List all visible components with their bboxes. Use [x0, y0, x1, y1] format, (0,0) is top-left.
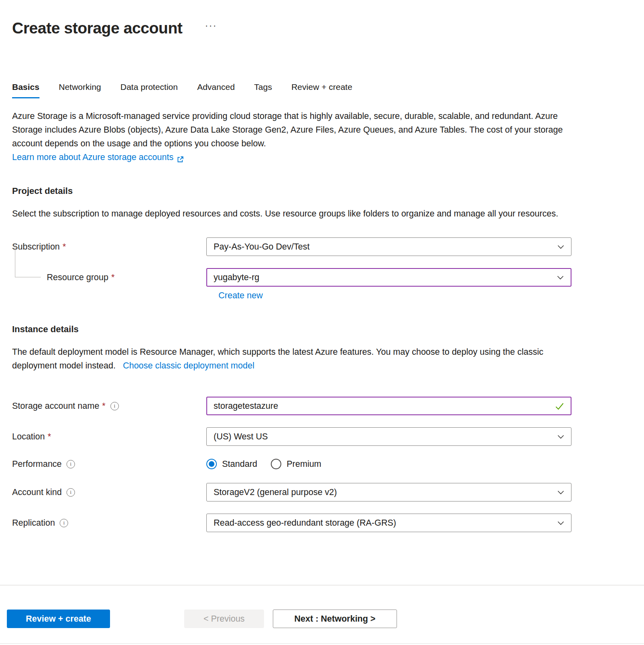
storage-account-name-value: storagetestazure [214, 401, 278, 411]
tab-advanced[interactable]: Advanced [197, 82, 235, 98]
resource-group-label: Resource group * [12, 273, 206, 283]
learn-more-link[interactable]: Learn more about Azure storage accounts [12, 150, 184, 164]
next-networking-button[interactable]: Next : Networking > [273, 610, 397, 628]
location-row: Location * (US) West US [12, 427, 632, 446]
footer-action-bar: Review + create < Previous Next : Networ… [0, 610, 644, 628]
info-icon[interactable]: i [60, 519, 68, 527]
chevron-down-icon [557, 433, 565, 441]
tab-networking[interactable]: Networking [59, 82, 101, 98]
account-kind-dropdown[interactable]: StorageV2 (general purpose v2) [206, 483, 571, 501]
account-kind-value: StorageV2 (general purpose v2) [214, 487, 337, 497]
radio-unselected-icon [271, 459, 281, 469]
tab-bar: Basics Networking Data protection Advanc… [12, 82, 632, 99]
radio-premium[interactable]: Premium [271, 459, 321, 469]
resource-group-value: yugabyte-rg [214, 273, 260, 283]
tree-connector-line [15, 243, 41, 277]
storage-account-name-input[interactable]: storagetestazure [206, 397, 571, 415]
resource-group-dropdown[interactable]: yugabyte-rg [206, 268, 571, 287]
previous-button[interactable]: < Previous [184, 610, 264, 628]
info-icon[interactable]: i [66, 488, 75, 497]
chevron-down-icon [557, 274, 564, 281]
ellipsis-icon: ··· [205, 20, 217, 31]
valid-check-icon [555, 402, 564, 411]
replication-dropdown[interactable]: Read-access geo-redundant storage (RA-GR… [206, 514, 571, 532]
create-storage-account-page: Create storage account ··· Basics Networ… [0, 0, 644, 532]
required-asterisk: * [48, 432, 51, 442]
replication-label: Replication i [12, 518, 206, 528]
chevron-down-icon [557, 519, 565, 527]
location-value: (US) West US [214, 432, 268, 442]
replication-row: Replication i Read-access geo-redundant … [12, 514, 632, 532]
create-new-resource-group[interactable]: Create new [218, 291, 632, 301]
learn-more-link-text: Learn more about Azure storage accounts [12, 150, 173, 164]
page-header: Create storage account ··· [12, 18, 632, 39]
performance-radio-group: Standard Premium [206, 459, 571, 469]
tab-data-protection[interactable]: Data protection [120, 82, 178, 98]
performance-row: Performance i Standard Premium [12, 459, 632, 469]
chevron-down-icon [557, 243, 565, 251]
intro-text: Azure Storage is a Microsoft-managed ser… [12, 109, 573, 150]
location-label: Location * [12, 432, 206, 442]
info-icon[interactable]: i [110, 402, 119, 410]
footer-divider [0, 585, 644, 585]
required-asterisk: * [62, 242, 66, 252]
performance-label: Performance i [12, 459, 206, 469]
subscription-value: Pay-As-You-Go Dev/Test [214, 242, 310, 252]
tab-basics[interactable]: Basics [12, 82, 39, 98]
radio-standard[interactable]: Standard [206, 459, 257, 469]
info-icon[interactable]: i [66, 460, 75, 468]
instance-details-description: The default deployment model is Resource… [12, 345, 573, 372]
subscription-row: Subscription * Pay-As-You-Go Dev/Test [12, 237, 632, 256]
external-link-icon [177, 154, 184, 161]
resource-group-row: Resource group * yugabyte-rg [12, 268, 632, 287]
subscription-dropdown[interactable]: Pay-As-You-Go Dev/Test [206, 237, 571, 256]
project-details-heading: Project details [12, 186, 632, 196]
bottom-divider [0, 643, 644, 644]
chevron-down-icon [557, 489, 565, 496]
radio-selected-icon [206, 459, 217, 469]
required-asterisk: * [102, 401, 105, 411]
replication-value: Read-access geo-redundant storage (RA-GR… [214, 518, 396, 528]
required-asterisk: * [111, 273, 114, 283]
more-options-button[interactable]: ··· [203, 21, 218, 30]
tab-review-create[interactable]: Review + create [291, 82, 352, 98]
subscription-label: Subscription * [12, 242, 206, 252]
project-details-description: Select the subscription to manage deploy… [12, 207, 573, 221]
choose-classic-deployment-link[interactable]: Choose classic deployment model [123, 361, 254, 370]
account-kind-label: Account kind i [12, 487, 206, 497]
page-title: Create storage account [12, 19, 182, 37]
account-kind-row: Account kind i StorageV2 (general purpos… [12, 483, 632, 501]
review-create-button[interactable]: Review + create [7, 610, 110, 628]
storage-account-name-label: Storage account name * i [12, 401, 206, 411]
storage-account-name-row: Storage account name * i storagetestazur… [12, 397, 632, 415]
tab-tags[interactable]: Tags [254, 82, 272, 98]
location-dropdown[interactable]: (US) West US [206, 427, 571, 446]
instance-details-heading: Instance details [12, 324, 632, 335]
